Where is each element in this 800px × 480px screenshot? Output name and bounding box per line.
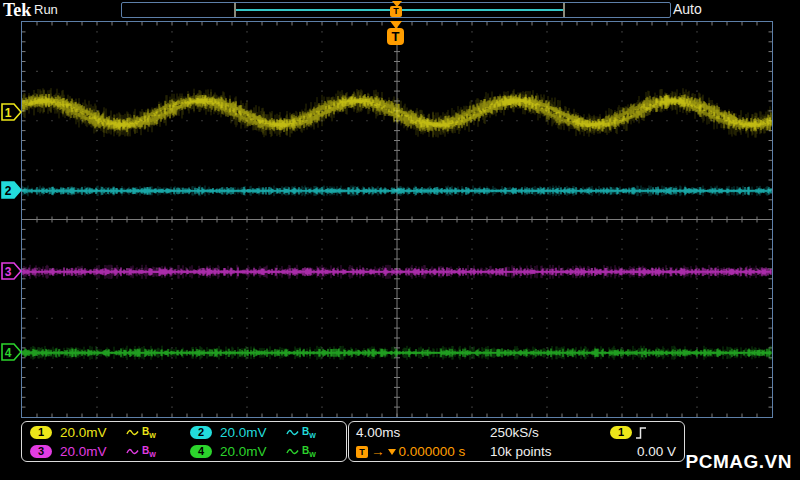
- trigger-slope-rising-icon: [635, 426, 647, 440]
- channel-4-marker: 4: [1, 342, 22, 362]
- bandwidth-limit-icon: BW: [302, 426, 316, 439]
- channel-1-coupling: BW: [126, 426, 186, 439]
- channel-3-scale: 20.0mV: [60, 444, 122, 459]
- channel-1-badge: 1: [30, 426, 52, 439]
- trigger-down-arrow-icon: [388, 449, 396, 455]
- trigger-t-icon: T: [356, 446, 368, 458]
- horizontal-scale: 4.00ms: [356, 425, 490, 440]
- channel-2-marker-label: 2: [5, 183, 12, 197]
- trigger-source-badge: 1: [610, 426, 632, 439]
- channel-1-marker: 1: [1, 102, 22, 122]
- bandwidth-limit-icon: BW: [142, 426, 156, 439]
- waveform-svg: [22, 22, 772, 417]
- record-window-bracket-right: [563, 3, 565, 17]
- channel-4-marker-label: 4: [5, 345, 12, 359]
- channel-4-scale: 20.0mV: [220, 444, 282, 459]
- trigger-position-time: T→0.000000 s: [356, 444, 490, 459]
- bandwidth-limit-icon: BW: [142, 445, 156, 458]
- channel-3-marker: 3: [1, 261, 22, 281]
- trigger-source: 1: [610, 426, 684, 440]
- channel-1-marker-label: 1: [5, 105, 12, 119]
- watermark: PCMAG.VN: [686, 451, 792, 473]
- channel-1-scale: 20.0mV: [60, 425, 122, 440]
- ac-coupling-icon: [126, 428, 139, 437]
- trigger-t-icon: T: [390, 6, 402, 17]
- waveform-display: [21, 21, 773, 418]
- channel-3-trace: [22, 267, 771, 276]
- channel-3-marker-label: 3: [5, 264, 12, 278]
- channel-2-scale: 20.0mV: [220, 425, 282, 440]
- bandwidth-limit-icon: BW: [302, 445, 316, 458]
- sample-rate: 250kS/s: [490, 425, 610, 440]
- ac-coupling-icon: [286, 428, 299, 437]
- channel-2-marker: 2: [1, 180, 22, 200]
- record-length: 10k points: [490, 444, 610, 459]
- tek-logo: Tek: [3, 0, 31, 21]
- ac-coupling-icon: [126, 447, 139, 456]
- channel-3-badge: 3: [30, 445, 52, 458]
- trigger-mode-auto: Auto: [673, 1, 702, 17]
- channel-4-coupling: BW: [286, 445, 338, 458]
- channel-3-coupling: BW: [126, 445, 186, 458]
- channel-2-coupling: BW: [286, 426, 338, 439]
- trigger-readout-box: 4.00ms 250kS/s 1 T→0.000000 s 10k points…: [348, 421, 685, 462]
- trigger-position-indicator: T: [382, 21, 410, 51]
- channel-4-badge: 4: [190, 445, 212, 458]
- channel-2-badge: 2: [190, 426, 212, 439]
- trigger-position-marker-top: T: [390, 1, 403, 18]
- acquisition-status: Run: [34, 2, 58, 17]
- trigger-arrow: →: [371, 444, 385, 459]
- channel-readout-box: 1 20.0mV BW 2 20.0mV BW 3 20.0mV BW 4 20…: [21, 421, 347, 462]
- trigger-t-icon: T: [387, 28, 404, 45]
- trigger-level: 0.00 V: [610, 444, 684, 459]
- ac-coupling-icon: [286, 447, 299, 456]
